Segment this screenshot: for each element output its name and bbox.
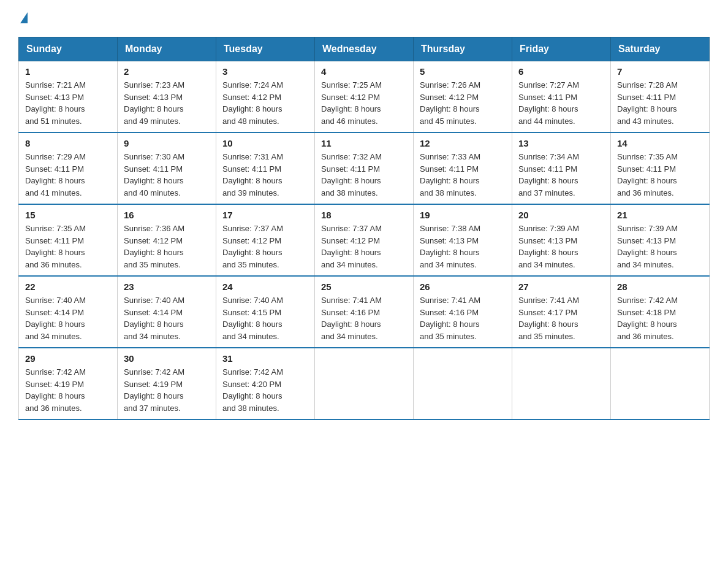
day-info: Sunrise: 7:29 AMSunset: 4:11 PMDaylight:… (25, 152, 86, 197)
calendar-cell: 24 Sunrise: 7:40 AMSunset: 4:15 PMDaylig… (216, 276, 315, 348)
day-number: 24 (222, 282, 308, 292)
weekday-header-sunday: Sunday (19, 37, 118, 61)
weekday-header-monday: Monday (118, 37, 216, 61)
day-info: Sunrise: 7:31 AMSunset: 4:11 PMDaylight:… (222, 152, 283, 197)
day-number: 7 (617, 66, 703, 77)
calendar-cell: 20 Sunrise: 7:39 AMSunset: 4:13 PMDaylig… (512, 204, 611, 276)
day-number: 28 (617, 282, 703, 292)
calendar-cell: 23 Sunrise: 7:40 AMSunset: 4:14 PMDaylig… (118, 276, 216, 348)
calendar-cell (414, 348, 512, 419)
calendar-cell: 27 Sunrise: 7:41 AMSunset: 4:17 PMDaylig… (512, 276, 611, 348)
calendar-cell: 15 Sunrise: 7:35 AMSunset: 4:11 PMDaylig… (19, 204, 118, 276)
calendar-cell: 31 Sunrise: 7:42 AMSunset: 4:20 PMDaylig… (216, 348, 315, 419)
day-info: Sunrise: 7:33 AMSunset: 4:11 PMDaylight:… (420, 152, 480, 197)
day-info: Sunrise: 7:27 AMSunset: 4:11 PMDaylight:… (518, 80, 579, 126)
calendar-cell: 5 Sunrise: 7:26 AMSunset: 4:12 PMDayligh… (414, 61, 512, 133)
weekday-header-wednesday: Wednesday (315, 37, 414, 61)
calendar-week-3: 15 Sunrise: 7:35 AMSunset: 4:11 PMDaylig… (19, 204, 710, 276)
day-number: 23 (124, 282, 210, 292)
calendar-cell: 12 Sunrise: 7:33 AMSunset: 4:11 PMDaylig… (414, 132, 512, 204)
day-info: Sunrise: 7:42 AMSunset: 4:20 PMDaylight:… (222, 367, 283, 413)
calendar-cell: 4 Sunrise: 7:25 AMSunset: 4:12 PMDayligh… (315, 61, 414, 133)
day-number: 3 (222, 66, 308, 77)
day-info: Sunrise: 7:34 AMSunset: 4:11 PMDaylight:… (518, 152, 579, 197)
day-info: Sunrise: 7:39 AMSunset: 4:13 PMDaylight:… (617, 224, 678, 269)
day-number: 31 (222, 353, 308, 364)
calendar-cell: 17 Sunrise: 7:37 AMSunset: 4:12 PMDaylig… (216, 204, 315, 276)
day-number: 20 (518, 210, 604, 220)
day-number: 6 (518, 66, 604, 77)
day-number: 30 (124, 353, 210, 364)
day-info: Sunrise: 7:39 AMSunset: 4:13 PMDaylight:… (518, 224, 579, 269)
day-info: Sunrise: 7:41 AMSunset: 4:16 PMDaylight:… (420, 296, 480, 341)
calendar-cell: 22 Sunrise: 7:40 AMSunset: 4:14 PMDaylig… (19, 276, 118, 348)
calendar-cell (315, 348, 414, 419)
calendar-cell: 9 Sunrise: 7:30 AMSunset: 4:11 PMDayligh… (118, 132, 216, 204)
calendar-table: SundayMondayTuesdayWednesdayThursdayFrid… (18, 37, 710, 420)
weekday-header-thursday: Thursday (414, 37, 512, 61)
day-info: Sunrise: 7:25 AMSunset: 4:12 PMDaylight:… (321, 80, 382, 126)
calendar-cell: 14 Sunrise: 7:35 AMSunset: 4:11 PMDaylig… (611, 132, 710, 204)
day-info: Sunrise: 7:42 AMSunset: 4:18 PMDaylight:… (617, 296, 678, 341)
calendar-cell: 1 Sunrise: 7:21 AMSunset: 4:13 PMDayligh… (19, 61, 118, 133)
day-number: 2 (124, 66, 210, 77)
day-number: 4 (321, 66, 407, 77)
calendar-week-5: 29 Sunrise: 7:42 AMSunset: 4:19 PMDaylig… (19, 348, 710, 419)
day-number: 5 (420, 66, 506, 77)
calendar-cell: 25 Sunrise: 7:41 AMSunset: 4:16 PMDaylig… (315, 276, 414, 348)
weekday-header-tuesday: Tuesday (216, 37, 315, 61)
day-info: Sunrise: 7:40 AMSunset: 4:14 PMDaylight:… (25, 296, 86, 341)
calendar-cell: 26 Sunrise: 7:41 AMSunset: 4:16 PMDaylig… (414, 276, 512, 348)
day-info: Sunrise: 7:41 AMSunset: 4:17 PMDaylight:… (518, 296, 579, 341)
calendar-cell: 21 Sunrise: 7:39 AMSunset: 4:13 PMDaylig… (611, 204, 710, 276)
calendar-cell: 28 Sunrise: 7:42 AMSunset: 4:18 PMDaylig… (611, 276, 710, 348)
calendar-cell: 6 Sunrise: 7:27 AMSunset: 4:11 PMDayligh… (512, 61, 611, 133)
day-info: Sunrise: 7:21 AMSunset: 4:13 PMDaylight:… (25, 80, 86, 126)
day-number: 14 (617, 138, 703, 148)
calendar-cell: 10 Sunrise: 7:31 AMSunset: 4:11 PMDaylig… (216, 132, 315, 204)
day-info: Sunrise: 7:36 AMSunset: 4:12 PMDaylight:… (124, 224, 184, 269)
calendar-cell: 13 Sunrise: 7:34 AMSunset: 4:11 PMDaylig… (512, 132, 611, 204)
day-number: 19 (420, 210, 506, 220)
page-header (18, 12, 710, 25)
day-number: 26 (420, 282, 506, 292)
day-number: 9 (124, 138, 210, 148)
day-number: 11 (321, 138, 407, 148)
day-number: 1 (25, 66, 111, 77)
day-number: 21 (617, 210, 703, 220)
day-info: Sunrise: 7:41 AMSunset: 4:16 PMDaylight:… (321, 296, 382, 341)
day-info: Sunrise: 7:37 AMSunset: 4:12 PMDaylight:… (222, 224, 283, 269)
day-info: Sunrise: 7:23 AMSunset: 4:13 PMDaylight:… (124, 80, 184, 126)
day-info: Sunrise: 7:35 AMSunset: 4:11 PMDaylight:… (617, 152, 678, 197)
calendar-cell: 16 Sunrise: 7:36 AMSunset: 4:12 PMDaylig… (118, 204, 216, 276)
day-info: Sunrise: 7:40 AMSunset: 4:15 PMDaylight:… (222, 296, 283, 341)
day-info: Sunrise: 7:24 AMSunset: 4:12 PMDaylight:… (222, 80, 283, 126)
day-number: 8 (25, 138, 111, 148)
day-number: 18 (321, 210, 407, 220)
calendar-cell: 18 Sunrise: 7:37 AMSunset: 4:12 PMDaylig… (315, 204, 414, 276)
day-number: 15 (25, 210, 111, 220)
day-info: Sunrise: 7:32 AMSunset: 4:11 PMDaylight:… (321, 152, 382, 197)
calendar-cell: 2 Sunrise: 7:23 AMSunset: 4:13 PMDayligh… (118, 61, 216, 133)
day-number: 12 (420, 138, 506, 148)
day-number: 27 (518, 282, 604, 292)
calendar-cell: 29 Sunrise: 7:42 AMSunset: 4:19 PMDaylig… (19, 348, 118, 419)
day-info: Sunrise: 7:40 AMSunset: 4:14 PMDaylight:… (124, 296, 184, 341)
day-number: 17 (222, 210, 308, 220)
calendar-cell: 3 Sunrise: 7:24 AMSunset: 4:12 PMDayligh… (216, 61, 315, 133)
day-info: Sunrise: 7:42 AMSunset: 4:19 PMDaylight:… (25, 367, 86, 413)
calendar-cell (512, 348, 611, 419)
day-info: Sunrise: 7:37 AMSunset: 4:12 PMDaylight:… (321, 224, 382, 269)
day-info: Sunrise: 7:26 AMSunset: 4:12 PMDaylight:… (420, 80, 480, 126)
day-number: 13 (518, 138, 604, 148)
calendar-week-4: 22 Sunrise: 7:40 AMSunset: 4:14 PMDaylig… (19, 276, 710, 348)
day-info: Sunrise: 7:30 AMSunset: 4:11 PMDaylight:… (124, 152, 184, 197)
calendar-cell: 30 Sunrise: 7:42 AMSunset: 4:19 PMDaylig… (118, 348, 216, 419)
calendar-cell: 19 Sunrise: 7:38 AMSunset: 4:13 PMDaylig… (414, 204, 512, 276)
day-number: 25 (321, 282, 407, 292)
calendar-cell: 7 Sunrise: 7:28 AMSunset: 4:11 PMDayligh… (611, 61, 710, 133)
weekday-header-friday: Friday (512, 37, 611, 61)
calendar-cell: 11 Sunrise: 7:32 AMSunset: 4:11 PMDaylig… (315, 132, 414, 204)
day-info: Sunrise: 7:28 AMSunset: 4:11 PMDaylight:… (617, 80, 678, 126)
day-number: 22 (25, 282, 111, 292)
